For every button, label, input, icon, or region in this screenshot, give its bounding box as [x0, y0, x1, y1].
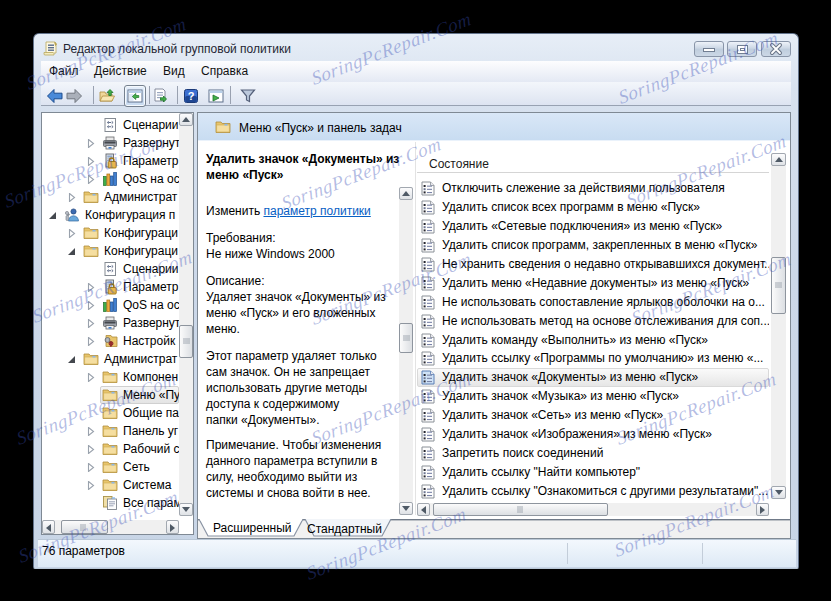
svg-text:?: ?: [188, 90, 195, 102]
